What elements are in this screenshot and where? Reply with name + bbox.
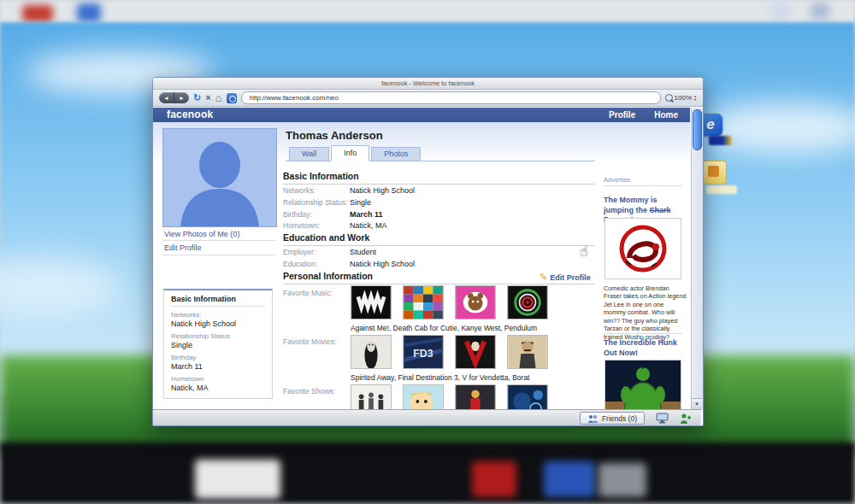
scroll-down-button[interactable]: ▼	[692, 398, 702, 410]
ad2-hulk-image[interactable]	[604, 360, 681, 410]
edit-profile-link[interactable]: Edit Profile	[164, 243, 202, 252]
site-logo[interactable]: facenook	[167, 108, 213, 120]
sidebar-basic-info-box: Basic Information Networks: Natick High …	[163, 289, 273, 399]
favorite-movies-caption: Spirited Away, Final Destination 3, V fo…	[351, 373, 529, 382]
view-photos-link[interactable]: View Photos of Me (0)	[164, 230, 239, 238]
zoom-control[interactable]: 100% ▲ ▼	[665, 94, 697, 102]
section-basic-information: Basic Information	[283, 171, 595, 185]
page-viewport: facenook Profile Home View Photos of Me …	[153, 108, 690, 410]
blurred-red-blob	[22, 5, 53, 22]
field-value: March 11	[350, 210, 383, 219]
album-kanye-graduation[interactable]	[455, 285, 496, 319]
profile-page: View Photos of Me (0) Edit Profile Basic…	[153, 122, 690, 410]
browser-window: facenook - Welcome to facenook ◄ ► ↻ × ⌂…	[152, 77, 704, 426]
online-status-button[interactable]	[680, 412, 691, 427]
album-pendulum[interactable]	[507, 285, 548, 319]
section-education-work: Education and Work	[283, 232, 595, 246]
show-thumb-4[interactable]	[507, 384, 548, 410]
mouse-cursor-icon: ☝	[580, 243, 588, 259]
blurred-white-block	[195, 460, 280, 499]
field-value: Natick High School	[350, 260, 415, 268]
sidebar-field-value: March 11	[171, 362, 265, 371]
profile-tabs: Wall Info Photos	[286, 147, 595, 161]
sidebar-field-value: Single	[171, 341, 265, 349]
movie-final-destination-3[interactable]: FD3	[403, 335, 444, 369]
show-thumb-1[interactable]	[351, 384, 392, 410]
profile-name: Thomas Anderson	[286, 129, 383, 142]
blurred-tray-icon	[811, 3, 829, 20]
folder-desktop-icon[interactable]	[702, 161, 727, 185]
refresh-button[interactable]: ↻	[193, 92, 201, 103]
field-label: Favorite Music:	[283, 289, 350, 297]
stop-button[interactable]: ×	[205, 92, 210, 103]
tab-info[interactable]: Info	[331, 145, 369, 161]
friends-label: Friends (0)	[602, 414, 637, 423]
profile-photo[interactable]	[162, 128, 277, 227]
favorite-shows-label: Favorite Shows:	[283, 387, 350, 396]
field-label: Favorite Movies:	[283, 337, 350, 346]
blurred-blue-blob	[77, 3, 101, 22]
zoom-stepper[interactable]: ▲ ▼	[693, 95, 697, 102]
field-education: Education:Natick High School	[283, 260, 415, 268]
show-thumb-3[interactable]	[455, 384, 496, 410]
tab-wall[interactable]: Wall	[289, 147, 329, 161]
blurred-blue-block	[544, 461, 595, 497]
home-button[interactable]: ⌂	[215, 92, 222, 103]
fd3-text: FD3	[413, 348, 433, 360]
edit-profile-button[interactable]: ✎Edit Profile	[540, 272, 591, 283]
favorite-music-caption: Against Me!, Death Cab for Cutie, Kanye …	[351, 324, 537, 332]
nav-profile-link[interactable]: Profile	[609, 110, 635, 120]
sidebar-field-label: Relationship Status	[171, 332, 265, 340]
field-label: Birthday:	[283, 210, 350, 219]
zoom-down-icon[interactable]: ▼	[693, 98, 697, 102]
field-label: Favorite Shows:	[283, 387, 350, 396]
sidebar-field-label: Birthday	[171, 354, 265, 361]
magnifier-icon	[665, 94, 673, 102]
status-bar: Friends (0)	[153, 409, 701, 425]
favorite-movies-thumbs: FD3	[351, 335, 548, 369]
desktop: e facenook - Welcome to facenook ◄ ► ↻ ×…	[0, 0, 855, 504]
ad1-title-strike: Shark	[650, 206, 671, 214]
scrollbar-thumb[interactable]	[693, 109, 702, 150]
divider	[162, 240, 275, 241]
yellow-app-icon-glyph	[708, 166, 719, 177]
chat-display-button[interactable]	[656, 412, 669, 427]
site-nav: Profile Home	[609, 108, 678, 122]
album-death-cab[interactable]	[403, 285, 444, 319]
sidebar-field-value: Natick, MA	[171, 384, 265, 392]
window-titlebar[interactable]: facenook - Welcome to facenook	[153, 78, 703, 90]
friends-button[interactable]: Friends (0)	[580, 412, 645, 425]
field-label: Networks:	[283, 186, 350, 195]
favorite-movies-label: Favorite Movies:	[283, 337, 350, 346]
album-against-me[interactable]	[351, 285, 392, 319]
sidebar-box-title: Basic Information	[171, 295, 265, 307]
ads-divider	[604, 333, 682, 334]
zoom-level: 100%	[675, 94, 692, 102]
show-thumb-2[interactable]	[403, 384, 444, 410]
field-label: Employer:	[283, 248, 350, 256]
desktop-icon-label-blurred	[706, 185, 737, 194]
tab-photos[interactable]: Photos	[371, 147, 421, 161]
nav-home-link[interactable]: Home	[654, 110, 678, 120]
field-label: Hometown:	[283, 221, 350, 230]
vertical-scrollbar[interactable]: ▼	[691, 108, 703, 410]
field-hometown: Hometown:Natick, MA	[283, 221, 387, 230]
back-button[interactable]: ◄	[159, 92, 174, 103]
person-online-icon	[680, 413, 691, 424]
pencil-icon: ✎	[540, 272, 547, 282]
site-header: facenook Profile Home	[153, 108, 690, 122]
desktop-icon-label-blurred	[709, 136, 732, 145]
ad1-dragon-image[interactable]	[604, 218, 681, 279]
forward-button[interactable]: ►	[174, 92, 189, 103]
sidebar-field-label: Hometown	[171, 375, 265, 383]
address-bar[interactable]	[241, 91, 661, 104]
movie-spirited-away[interactable]	[351, 335, 392, 369]
ad2-title[interactable]: The Incredible Hunk Out Now!	[604, 338, 687, 358]
globe-icon	[229, 96, 236, 103]
blurred-red-block	[472, 461, 516, 497]
field-relationship: Relationship Status:Single	[283, 198, 371, 207]
movie-v-for-vendetta[interactable]	[455, 335, 496, 369]
movie-borat[interactable]	[507, 335, 548, 369]
yellow-app-icon	[702, 161, 727, 185]
field-networks: Networks:Natick High School	[283, 186, 415, 195]
